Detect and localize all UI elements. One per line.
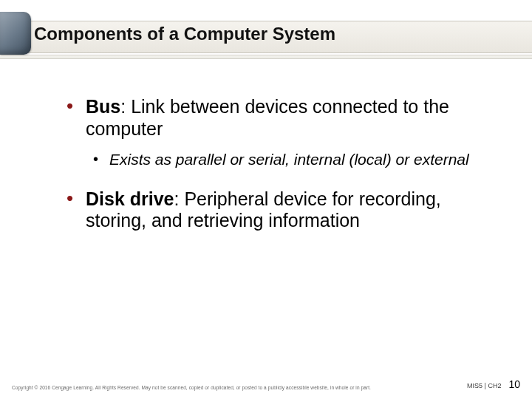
- footer-right: MIS5 | CH2 10: [467, 378, 520, 390]
- text-bus-sub: Exists as parallel or serial, internal (…: [109, 151, 469, 168]
- bullet-level1: • Disk drive: Peripheral device for reco…: [66, 188, 502, 232]
- footer: Copyright © 2016 Cengage Learning. All R…: [0, 378, 532, 390]
- term-bus: Bus: [86, 96, 120, 117]
- text-bus: : Link between devices connected to the …: [86, 96, 449, 139]
- content-area: • Bus: Link between devices connected to…: [66, 87, 502, 232]
- slide: Components of a Computer System • Bus: L…: [0, 0, 532, 399]
- title-bar: Components of a Computer System: [0, 10, 532, 56]
- bullet-icon: •: [66, 188, 73, 208]
- bullet-icon: •: [93, 150, 98, 168]
- corner-tab-icon: [0, 12, 31, 55]
- slide-title: Components of a Computer System: [34, 24, 335, 44]
- bullet-icon: •: [66, 96, 73, 115]
- title-bar-underline: [0, 55, 532, 59]
- chapter-label: MIS5 | CH2: [467, 382, 501, 389]
- bullet-level1: • Bus: Link between devices connected to…: [66, 96, 502, 140]
- page-number: 10: [508, 378, 520, 390]
- copyright-text: Copyright © 2016 Cengage Learning. All R…: [12, 385, 371, 390]
- term-disk-drive: Disk drive: [86, 188, 174, 209]
- bullet-level2: • Exists as parallel or serial, internal…: [93, 150, 502, 169]
